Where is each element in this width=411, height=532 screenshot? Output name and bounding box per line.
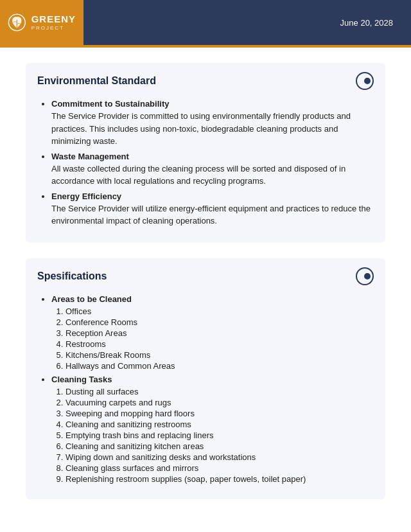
logo-text: GREENY PROJECT [31, 14, 76, 31]
spec-list: Areas to be Cleaned Offices Conference R… [37, 294, 374, 484]
list-item-areas: Areas to be Cleaned Offices Conference R… [51, 294, 374, 371]
item-label-areas: Areas to be Cleaned [51, 294, 132, 304]
item-desc: The Service Provider is committed to usi… [51, 110, 374, 148]
logo-name: GREENY [31, 14, 76, 25]
list-item: Offices [66, 306, 374, 316]
list-item: Reception Areas [66, 328, 374, 338]
page-content: Environmental Standard Commitment to Sus… [0, 48, 411, 532]
list-item: Emptying trash bins and replacing liners [66, 430, 374, 440]
list-item: Wiping down and sanitizing desks and wor… [66, 452, 374, 462]
list-item: Kitchens/Break Rooms [66, 350, 374, 360]
section-title-spec: Spesifications [37, 270, 107, 282]
list-item: Sweeping and mopping hard floors [66, 409, 374, 418]
header-date: June 20, 2028 [83, 0, 411, 45]
section-environmental-standard: Environmental Standard Commitment to Sus… [26, 63, 385, 243]
item-desc: All waste collected during the cleaning … [51, 163, 374, 188]
logo-block: GREENY PROJECT [0, 0, 83, 45]
areas-sublist: Offices Conference Rooms Reception Areas… [51, 306, 374, 371]
section-specifications: Spesifications Areas to be Cleaned Offic… [26, 258, 385, 499]
section-header-env: Environmental Standard [37, 72, 374, 90]
list-item-tasks: Cleaning Tasks Dusting all surfaces Vacu… [51, 375, 374, 484]
list-item: Replenishing restroom supplies (soap, pa… [66, 474, 374, 484]
list-item: Cleaning and sanitizing restrooms [66, 420, 374, 429]
toggle-icon-spec[interactable] [356, 267, 374, 285]
item-desc: The Service Provider will utilize energy… [51, 202, 374, 227]
item-label-tasks: Cleaning Tasks [51, 375, 112, 384]
page-header: GREENY PROJECT June 20, 2028 [0, 0, 411, 45]
list-item: Restrooms [66, 339, 374, 349]
list-item: Hallways and Common Areas [66, 361, 374, 371]
list-item: Cleaning and sanitizing kitchen areas [66, 441, 374, 451]
env-list: Commitment to Sustainability The Service… [37, 99, 374, 227]
list-item: Commitment to Sustainability The Service… [51, 99, 374, 148]
list-item: Dusting all surfaces [66, 387, 374, 396]
list-item: Conference Rooms [66, 317, 374, 327]
toggle-icon-env[interactable] [356, 72, 374, 90]
section-header-spec: Spesifications [37, 267, 374, 285]
item-label: Commitment to Sustainability [51, 99, 169, 109]
section-title-env: Environmental Standard [37, 75, 156, 87]
list-item: Cleaning glass surfaces and mirrors [66, 463, 374, 473]
item-label: Energy Efficiency [51, 191, 121, 201]
list-item: Waste Management All waste collected dur… [51, 152, 374, 188]
logo-icon [8, 11, 26, 34]
list-item: Vacuuming carpets and rugs [66, 398, 374, 407]
list-item: Energy Efficiency The Service Provider w… [51, 191, 374, 227]
item-label: Waste Management [51, 152, 129, 161]
logo-subtitle: PROJECT [31, 25, 76, 31]
tasks-sublist: Dusting all surfaces Vacuuming carpets a… [51, 387, 374, 484]
